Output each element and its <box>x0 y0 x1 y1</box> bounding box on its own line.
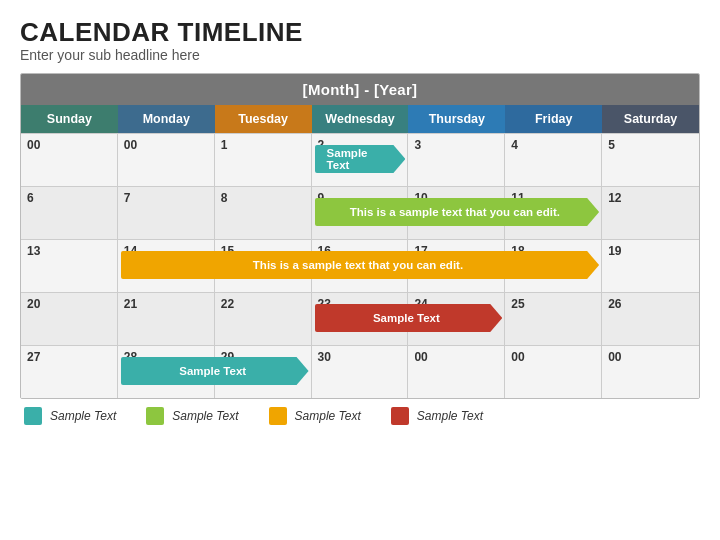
cal-row-0: 000012345Sample Text <box>21 133 699 186</box>
day-header-thursday: Thursday <box>408 105 505 133</box>
table-cell: 00 <box>118 134 215 186</box>
day-header-tuesday: Tuesday <box>215 105 312 133</box>
legend-color-box <box>24 407 42 425</box>
day-header-monday: Monday <box>118 105 215 133</box>
table-cell: 22 <box>215 293 312 345</box>
table-cell: 29 <box>215 346 312 398</box>
table-cell: 9 <box>312 187 409 239</box>
table-cell: 21 <box>118 293 215 345</box>
table-cell: 26 <box>602 293 699 345</box>
table-cell: 4 <box>505 134 602 186</box>
table-cell: 14 <box>118 240 215 292</box>
days-header: SundayMondayTuesdayWednesdayThursdayFrid… <box>21 105 699 133</box>
table-cell: 24 <box>408 293 505 345</box>
table-cell: 7 <box>118 187 215 239</box>
table-cell: 1 <box>215 134 312 186</box>
page-subtitle: Enter your sub headline here <box>20 47 700 63</box>
legend-label: Sample Text <box>50 409 116 423</box>
day-header-sunday: Sunday <box>21 105 118 133</box>
legend-color-box <box>269 407 287 425</box>
table-cell: 8 <box>215 187 312 239</box>
table-cell: 13 <box>21 240 118 292</box>
cal-row-4: 27282930000000Sample Text <box>21 345 699 398</box>
calendar-wrap: [Month] - [Year] SundayMondayTuesdayWedn… <box>20 73 700 399</box>
cal-row-2: 13141516171819This is a sample text that… <box>21 239 699 292</box>
day-header-wednesday: Wednesday <box>312 105 409 133</box>
table-cell: 00 <box>505 346 602 398</box>
table-cell: 19 <box>602 240 699 292</box>
legend-item: Sample Text <box>146 407 238 425</box>
day-header-friday: Friday <box>505 105 602 133</box>
table-cell: 17 <box>408 240 505 292</box>
page-title: CALENDAR TIMELINE <box>20 18 700 47</box>
legend-label: Sample Text <box>172 409 238 423</box>
table-cell: 3 <box>408 134 505 186</box>
cal-row-1: 6789101112This is a sample text that you… <box>21 186 699 239</box>
table-cell: 10 <box>408 187 505 239</box>
table-cell: 18 <box>505 240 602 292</box>
day-header-saturday: Saturday <box>602 105 699 133</box>
table-cell: 00 <box>21 134 118 186</box>
table-cell: 28 <box>118 346 215 398</box>
table-cell: 6 <box>21 187 118 239</box>
table-cell: 00 <box>602 346 699 398</box>
table-cell: 5 <box>602 134 699 186</box>
table-cell: 2 <box>312 134 409 186</box>
table-cell: 12 <box>602 187 699 239</box>
calendar-body: 000012345Sample Text6789101112This is a … <box>21 133 699 398</box>
table-cell: 15 <box>215 240 312 292</box>
table-cell: 00 <box>408 346 505 398</box>
month-header: [Month] - [Year] <box>21 74 699 105</box>
legend-item: Sample Text <box>269 407 361 425</box>
table-cell: 16 <box>312 240 409 292</box>
table-cell: 25 <box>505 293 602 345</box>
table-cell: 11 <box>505 187 602 239</box>
table-cell: 27 <box>21 346 118 398</box>
legend-item: Sample Text <box>391 407 483 425</box>
legend-item: Sample Text <box>24 407 116 425</box>
legend-color-box <box>146 407 164 425</box>
legend: Sample TextSample TextSample TextSample … <box>20 407 700 425</box>
table-cell: 20 <box>21 293 118 345</box>
table-cell: 30 <box>312 346 409 398</box>
cal-row-3: 20212223242526Sample Text <box>21 292 699 345</box>
legend-color-box <box>391 407 409 425</box>
legend-label: Sample Text <box>295 409 361 423</box>
legend-label: Sample Text <box>417 409 483 423</box>
table-cell: 23 <box>312 293 409 345</box>
